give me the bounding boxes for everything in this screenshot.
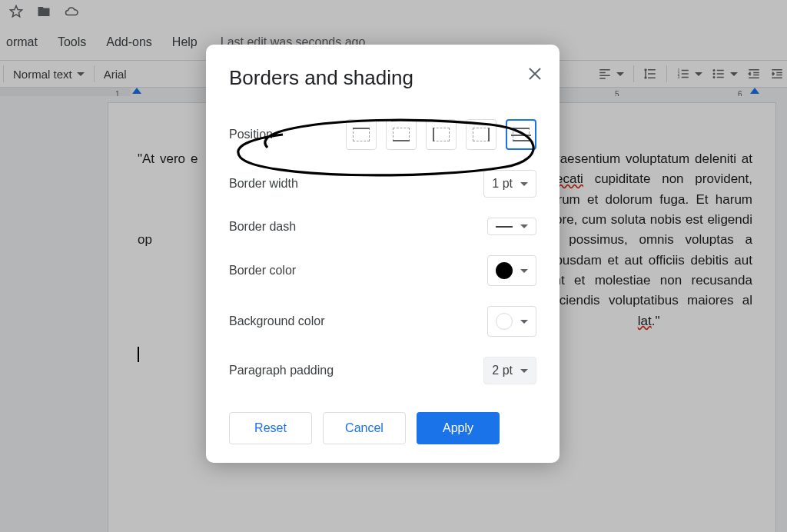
position-options: [346, 119, 536, 150]
border-color-label: Border color: [229, 264, 296, 278]
color-swatch-white: [496, 313, 513, 330]
chevron-down-icon: [520, 369, 528, 373]
border-dash-select[interactable]: [487, 218, 536, 235]
dialog-buttons: Reset Cancel Apply: [229, 412, 536, 444]
chevron-down-icon: [520, 224, 528, 228]
paragraph-padding-value: 2 pt: [492, 364, 513, 377]
reset-button[interactable]: Reset: [229, 412, 312, 444]
chevron-down-icon: [520, 269, 528, 273]
chevron-down-icon: [520, 320, 528, 324]
cancel-button[interactable]: Cancel: [323, 412, 406, 444]
background-color-select[interactable]: [487, 306, 536, 337]
dialog-title: Borders and shading: [229, 66, 536, 90]
border-width-label: Border width: [229, 177, 298, 191]
color-swatch-black: [496, 262, 513, 279]
border-dash-label: Border dash: [229, 220, 296, 234]
position-bottom-button[interactable]: [386, 119, 417, 150]
borders-shading-dialog: Borders and shading Position Border widt…: [206, 45, 560, 463]
paragraph-padding-label: Paragraph padding: [229, 364, 334, 377]
background-color-label: Background color: [229, 314, 325, 328]
position-top-button[interactable]: [346, 119, 377, 150]
border-width-value: 1 pt: [492, 177, 513, 191]
close-button[interactable]: [527, 66, 543, 81]
position-left-button[interactable]: [426, 119, 457, 150]
position-label: Position: [229, 128, 273, 141]
position-between-button[interactable]: [506, 119, 536, 150]
position-right-button[interactable]: [466, 119, 496, 150]
border-width-select[interactable]: 1 pt: [483, 170, 536, 198]
border-color-select[interactable]: [487, 255, 536, 286]
chevron-down-icon: [520, 182, 528, 186]
apply-button[interactable]: Apply: [417, 412, 500, 444]
dash-solid-icon: [496, 226, 513, 228]
paragraph-padding-select[interactable]: 2 pt: [483, 357, 536, 384]
